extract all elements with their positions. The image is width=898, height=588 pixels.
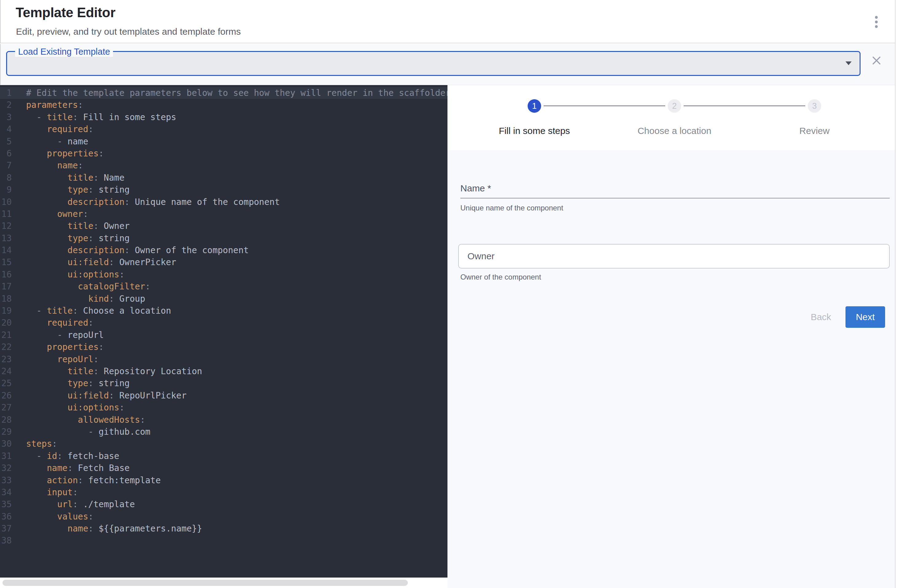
line-number: 17 [0, 280, 12, 292]
code-line: 2parameters: [0, 99, 447, 111]
owner-field[interactable] [458, 244, 890, 268]
code-line: 6 properties: [0, 148, 447, 159]
back-button[interactable]: Back [801, 306, 841, 328]
line-number: 12 [0, 220, 12, 232]
page-subtitle: Edit, preview, and try out templates and… [16, 26, 241, 37]
page-title: Template Editor [16, 5, 115, 20]
step-circle-2: 2 [668, 99, 681, 113]
owner-helper-text: Owner of the component [460, 273, 541, 282]
line-number: 31 [0, 450, 12, 462]
code-line: 25 type: string [0, 377, 447, 389]
line-number: 5 [0, 135, 12, 148]
code-line: 21 - repoUrl [0, 329, 447, 341]
load-template-section: Load Existing Template [0, 44, 895, 85]
line-number: 20 [0, 317, 12, 329]
step-label-2: Choose a location [638, 126, 711, 136]
line-number: 28 [0, 414, 12, 426]
code-editor[interactable]: 1# Edit the template parameters below to… [0, 85, 447, 577]
line-number: 2 [0, 99, 12, 111]
code-line: 34 input: [0, 486, 447, 498]
code-line: 7 name: [0, 159, 447, 171]
code-line: 27 ui:options: [0, 402, 447, 414]
code-line: 4 required: [0, 123, 447, 135]
line-number: 6 [0, 148, 12, 159]
code-line: 35 url: ./template [0, 498, 447, 510]
code-line: 16 ui:options: [0, 268, 447, 280]
editor-hscrollbar [0, 577, 447, 588]
page-right-scroll-track[interactable] [895, 0, 898, 588]
line-number: 38 [0, 534, 12, 546]
line-number: 30 [0, 438, 12, 450]
line-number: 18 [0, 293, 12, 305]
editor-hscrollbar-thumb[interactable] [3, 580, 408, 586]
line-number: 34 [0, 486, 12, 498]
code-line: 31 - id: fetch-base [0, 450, 447, 462]
stepper-step-1: 1Fill in some steps [470, 99, 599, 136]
line-number: 32 [0, 462, 12, 474]
code-line: 14 description: Owner of the component [0, 244, 447, 256]
code-line: 5 - name [0, 135, 447, 148]
step-circle-1: 1 [527, 99, 541, 113]
caret-down-icon [846, 62, 852, 65]
code-line: 1# Edit the template parameters below to… [0, 87, 447, 99]
line-number: 9 [0, 184, 12, 196]
line-number: 24 [0, 365, 12, 377]
next-button[interactable]: Next [846, 306, 885, 328]
line-number: 21 [0, 329, 12, 341]
step-label-3: Review [800, 126, 829, 136]
stepper-step-2: 2Choose a location [610, 99, 739, 136]
line-number: 14 [0, 244, 12, 256]
line-number: 26 [0, 389, 12, 402]
code-line: 10 description: Unique name of the compo… [0, 196, 447, 208]
code-line: 23 repoUrl: [0, 353, 447, 365]
code-line: 17 catalogFilter: [0, 280, 447, 292]
kebab-dot [875, 21, 878, 23]
code-line: 3 - title: Fill in some steps [0, 111, 447, 123]
owner-input[interactable] [467, 246, 876, 267]
step-label-1: Fill in some steps [499, 126, 570, 136]
line-number: 35 [0, 498, 12, 510]
code-line: 9 type: string [0, 184, 447, 196]
name-helper-text: Unique name of the component [460, 204, 563, 212]
stepper-step-3: 3Review [750, 99, 879, 136]
line-number: 10 [0, 196, 12, 208]
line-number: 1 [0, 87, 12, 99]
line-number: 13 [0, 232, 12, 244]
code-line: 8 title: Name [0, 172, 447, 184]
line-number: 19 [0, 305, 12, 317]
load-template-label: Load Existing Template [15, 47, 113, 57]
code-line: 38 [0, 534, 447, 546]
kebab-dot [875, 25, 878, 28]
line-number: 8 [0, 172, 12, 184]
name-input[interactable] [460, 179, 890, 197]
line-number: 22 [0, 341, 12, 353]
line-number: 11 [0, 208, 12, 220]
code-line: 20 required: [0, 317, 447, 329]
code-lines: 1# Edit the template parameters below to… [0, 87, 447, 547]
code-line: 30steps: [0, 438, 447, 450]
code-line: 36 values: [0, 511, 447, 523]
load-template-select[interactable]: Load Existing Template [6, 51, 861, 76]
line-number: 33 [0, 474, 12, 486]
line-number: 29 [0, 426, 12, 438]
template-editor-page: Template Editor Edit, preview, and try o… [0, 0, 898, 588]
step-circle-3: 3 [808, 99, 821, 113]
form-preview-panel: 1Fill in some steps2Choose a location3Re… [447, 85, 895, 588]
name-input-underline [460, 198, 890, 199]
line-number: 15 [0, 256, 12, 268]
line-number: 37 [0, 523, 12, 534]
line-number: 27 [0, 402, 12, 414]
form-area: Unique name of the component Owner of th… [447, 150, 895, 588]
code-line: 13 type: string [0, 232, 447, 244]
line-number: 36 [0, 511, 12, 523]
clear-selection-button[interactable] [871, 55, 882, 66]
code-line: 29 - github.com [0, 426, 447, 438]
code-line: 26 ui:field: RepoUrlPicker [0, 389, 447, 402]
code-line: 32 name: Fetch Base [0, 462, 447, 474]
code-line: 12 title: Owner [0, 220, 447, 232]
stepper: 1Fill in some steps2Choose a location3Re… [447, 85, 895, 150]
header: Template Editor Edit, preview, and try o… [0, 0, 898, 43]
line-number: 7 [0, 159, 12, 171]
kebab-menu-icon[interactable] [869, 12, 884, 31]
code-line: 24 title: Repository Location [0, 365, 447, 377]
